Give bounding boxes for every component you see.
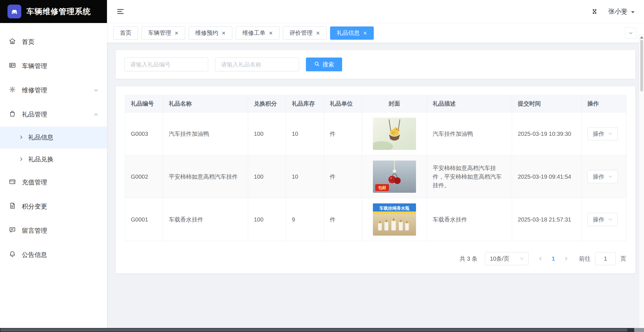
cell-gift-code: G0002 bbox=[125, 155, 163, 198]
user-menu[interactable]: 张小斐 bbox=[608, 7, 635, 16]
sidebar-item-label: 首页 bbox=[22, 38, 34, 46]
row-action-button[interactable]: 操作 bbox=[587, 127, 618, 140]
chevron-down-icon bbox=[631, 8, 635, 15]
cell-points: 100 bbox=[248, 155, 286, 198]
sidebar-item-recharge[interactable]: 充值管理 bbox=[0, 170, 107, 194]
chevron-right-icon bbox=[19, 134, 24, 141]
cell-submit-time: 2025-03-19 10:39:30 bbox=[512, 112, 582, 155]
cover-badge-text: 包邮 bbox=[378, 185, 386, 190]
page-number-button[interactable]: 1 bbox=[549, 255, 557, 262]
prev-page-button[interactable] bbox=[536, 256, 545, 261]
gift-cover-image-perfume: 车载挂绳香水瓶 bbox=[373, 203, 416, 236]
tabs-overflow-button[interactable] bbox=[625, 27, 637, 39]
close-icon[interactable] bbox=[316, 31, 320, 35]
chevron-down-icon bbox=[608, 173, 612, 180]
cell-description: 平安柿柿如意高档汽车挂件，平安柿柿如意高档汽车挂件。 bbox=[427, 155, 512, 198]
page-size-value: 10条/页 bbox=[490, 255, 509, 263]
gift-table-panel: 礼品编号 礼品名称 兑换积分 礼品库存 礼品单位 封面 礼品描述 提交时间 操作 bbox=[116, 86, 635, 273]
cell-submit-time: 2025-03-19 09:41:54 bbox=[512, 155, 582, 198]
horizontal-scrollbar[interactable] bbox=[0, 328, 644, 332]
goto-page-input[interactable] bbox=[595, 252, 616, 265]
cell-unit: 件 bbox=[324, 112, 362, 155]
sidebar-item-points[interactable]: 积分变更 bbox=[0, 194, 107, 219]
sidebar-item-label: 维修管理 bbox=[22, 86, 47, 95]
close-icon[interactable] bbox=[269, 31, 273, 35]
tab-home[interactable]: 首页 bbox=[113, 26, 138, 40]
sidebar-collapse-button[interactable] bbox=[116, 7, 125, 16]
sidebar-item-gift-info[interactable]: 礼品信息 bbox=[0, 127, 107, 148]
cell-cover: 车载挂绳香水瓶 bbox=[362, 198, 427, 241]
sidebar-item-notices[interactable]: 公告信息 bbox=[0, 243, 107, 267]
column-header-unit: 礼品单位 bbox=[324, 95, 362, 112]
sidebar-item-repairs[interactable]: 维修管理 bbox=[0, 78, 107, 102]
column-header-actions: 操作 bbox=[582, 95, 626, 112]
cell-gift-code: G0001 bbox=[125, 198, 163, 241]
app-title: 车辆维修管理系统 bbox=[26, 6, 91, 17]
cell-description: 汽车挂件加油鸭 bbox=[427, 112, 512, 155]
sidebar-item-label: 留言管理 bbox=[22, 226, 47, 235]
vertical-scrollbar-thumb[interactable] bbox=[640, 40, 643, 91]
gift-cover-image-cherry: 包邮 bbox=[373, 161, 416, 193]
tab-repair-booking[interactable]: 维修预约 bbox=[189, 26, 232, 40]
close-icon[interactable] bbox=[222, 31, 226, 35]
topbar: 张小斐 bbox=[107, 0, 644, 23]
tab-work-orders[interactable]: 维修工单 bbox=[236, 26, 279, 40]
cell-stock: 9 bbox=[286, 198, 324, 241]
app-logo: 车辆维修管理系统 bbox=[0, 0, 107, 23]
table-row: G0002 平安柿柿如意高档汽车挂件 100 10 件 bbox=[125, 155, 626, 198]
cell-description: 车载香水挂件 bbox=[427, 198, 512, 241]
sidebar-item-vehicles[interactable]: 车辆管理 bbox=[0, 54, 107, 78]
sidebar-item-gifts[interactable]: 礼品管理 bbox=[0, 102, 107, 127]
page-size-select[interactable]: 10条/页 bbox=[485, 252, 529, 265]
chevron-right-icon bbox=[19, 156, 24, 163]
row-action-button[interactable]: 操作 bbox=[587, 170, 618, 183]
tab-gift-info[interactable]: 礼品信息 bbox=[330, 26, 374, 40]
tab-label: 维修预约 bbox=[195, 29, 218, 37]
vertical-scrollbar[interactable] bbox=[639, 35, 644, 328]
tab-reviews[interactable]: 评价管理 bbox=[283, 26, 327, 40]
row-action-button[interactable]: 操作 bbox=[587, 213, 618, 226]
action-label: 操作 bbox=[593, 130, 604, 138]
close-icon[interactable] bbox=[175, 31, 179, 35]
sidebar-item-label: 礼品信息 bbox=[28, 133, 53, 142]
column-header-code: 礼品编号 bbox=[125, 95, 163, 112]
tabs-bar: 首页 车辆管理 维修预约 维修工单 评价管理 礼品信息 bbox=[107, 23, 644, 43]
next-page-button[interactable] bbox=[562, 256, 570, 261]
sidebar-item-home[interactable]: 首页 bbox=[0, 30, 107, 54]
bell-icon bbox=[9, 250, 16, 260]
pagination: 共 3 条 10条/页 1 前往 页 bbox=[125, 241, 626, 265]
tab-vehicles[interactable]: 车辆管理 bbox=[141, 26, 185, 40]
close-icon[interactable] bbox=[363, 31, 367, 35]
gift-code-input[interactable] bbox=[124, 58, 208, 71]
gift-icon bbox=[9, 110, 16, 119]
topbar-right: 张小斐 bbox=[591, 7, 635, 16]
tab-label: 评价管理 bbox=[290, 29, 313, 37]
cell-points: 100 bbox=[248, 198, 286, 241]
tab-label: 礼品信息 bbox=[337, 29, 360, 37]
fullscreen-icon[interactable] bbox=[591, 7, 599, 16]
content-area: 搜索 礼品编号 礼品名称 兑换积分 礼品库存 礼品单位 bbox=[107, 43, 644, 332]
column-header-cover: 封面 bbox=[362, 95, 427, 112]
scrollbar-corner bbox=[634, 328, 644, 332]
chevron-down-icon bbox=[608, 216, 612, 223]
gift-name-input[interactable] bbox=[215, 58, 299, 71]
sidebar-item-gift-exchange[interactable]: 礼品兑换 bbox=[0, 148, 107, 170]
column-header-name: 礼品名称 bbox=[163, 95, 248, 112]
sidebar-item-messages[interactable]: 留言管理 bbox=[0, 219, 107, 243]
sidebar-item-label: 公告信息 bbox=[22, 251, 47, 259]
tab-label: 维修工单 bbox=[242, 29, 265, 37]
horizontal-scrollbar-thumb[interactable] bbox=[1, 329, 627, 331]
cell-cover bbox=[362, 112, 427, 155]
goto-label: 前往 bbox=[579, 255, 591, 263]
search-button[interactable]: 搜索 bbox=[306, 58, 342, 71]
vehicle-icon bbox=[9, 62, 16, 71]
cell-cover: 包邮 bbox=[362, 155, 427, 198]
gift-submenu: 礼品信息 礼品兑换 bbox=[0, 127, 107, 170]
chevron-down-icon bbox=[608, 131, 612, 137]
sidebar-item-label: 礼品兑换 bbox=[28, 155, 53, 164]
sidebar-item-label: 充值管理 bbox=[22, 178, 47, 187]
scroll-up-arrow-icon[interactable] bbox=[640, 36, 643, 39]
cell-unit: 件 bbox=[324, 198, 362, 241]
gift-cover-image-duck bbox=[373, 118, 416, 150]
chevron-up-icon bbox=[94, 112, 98, 117]
